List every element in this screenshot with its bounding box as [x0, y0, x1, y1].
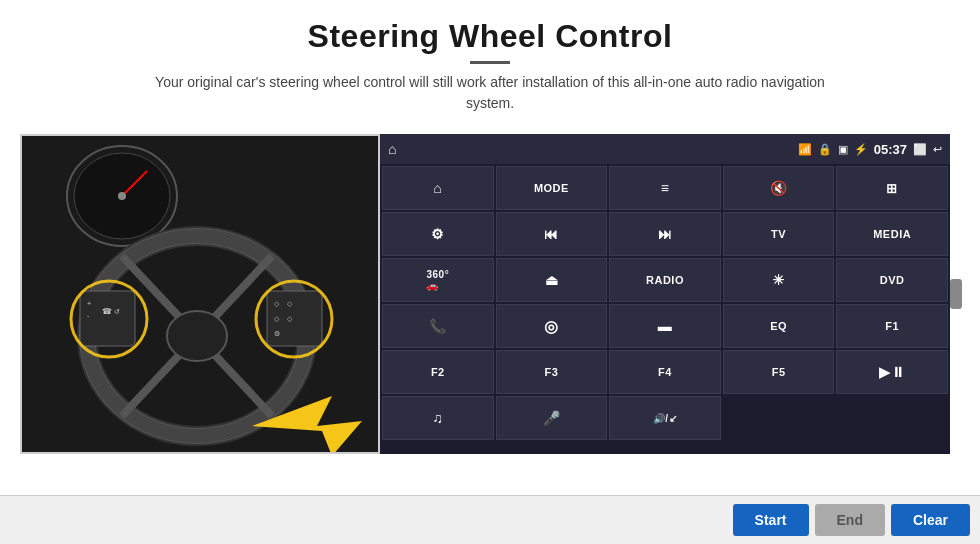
end-button[interactable]: End	[815, 504, 885, 536]
page-title: Steering Wheel Control	[140, 18, 840, 55]
control-panel: ⌂ 📶 🔒 ▣ ⚡ 05:37 ⬜ ↩ ⌂ MODE	[380, 134, 950, 454]
btn-dvd[interactable]: DVD	[836, 258, 948, 302]
svg-text:⚙: ⚙	[274, 330, 280, 337]
page-wrapper: Steering Wheel Control Your original car…	[0, 0, 980, 544]
panel-wrapper: ⌂ 📶 🔒 ▣ ⚡ 05:37 ⬜ ↩ ⌂ MODE	[380, 134, 950, 454]
back-icon: ↩	[933, 143, 942, 156]
btn-screen[interactable]: ▬	[609, 304, 721, 348]
btn-phone[interactable]: 📞	[382, 304, 494, 348]
btn-radio[interactable]: RADIO	[609, 258, 721, 302]
svg-text:+: +	[87, 300, 91, 307]
title-section: Steering Wheel Control Your original car…	[140, 18, 840, 128]
lock-icon: 🔒	[818, 143, 832, 156]
svg-text:↺: ↺	[114, 308, 120, 315]
title-underline	[470, 61, 510, 64]
btn-music[interactable]: ♫	[382, 396, 494, 440]
start-button[interactable]: Start	[733, 504, 809, 536]
btn-mode[interactable]: MODE	[496, 166, 608, 210]
btn-nav[interactable]: ◎	[496, 304, 608, 348]
btn-f5[interactable]: F5	[723, 350, 835, 394]
svg-text:☎: ☎	[102, 307, 112, 316]
svg-point-12	[167, 311, 227, 361]
btn-f1[interactable]: F1	[836, 304, 948, 348]
status-bar: ⌂ 📶 🔒 ▣ ⚡ 05:37 ⬜ ↩	[380, 134, 950, 164]
home-icon: ⌂	[388, 141, 396, 157]
svg-point-4	[118, 192, 126, 200]
car-image: + - ☎ ↺ ◇ ◇ ◇ ◇ ⚙	[20, 134, 380, 454]
btn-f2[interactable]: F2	[382, 350, 494, 394]
btn-volume-call[interactable]: 🔊/↙	[609, 396, 721, 440]
action-bar: Start End Clear	[0, 495, 980, 544]
btn-eject[interactable]: ⏏	[496, 258, 608, 302]
btn-playpause[interactable]: ▶⏸	[836, 350, 948, 394]
cast-icon: ⬜	[913, 143, 927, 156]
btn-brightness[interactable]: ☀	[723, 258, 835, 302]
status-icons: 📶 🔒 ▣ ⚡ 05:37 ⬜ ↩	[798, 142, 942, 157]
btn-tv[interactable]: TV	[723, 212, 835, 256]
btn-list[interactable]: ≡	[609, 166, 721, 210]
subtitle: Your original car's steering wheel contr…	[140, 72, 840, 114]
btn-mic[interactable]: 🎤	[496, 396, 608, 440]
btn-f3[interactable]: F3	[496, 350, 608, 394]
btn-next[interactable]: ⏭	[609, 212, 721, 256]
btn-apps[interactable]: ⊞	[836, 166, 948, 210]
clear-button[interactable]: Clear	[891, 504, 970, 536]
time-display: 05:37	[874, 142, 907, 157]
wifi-icon: 📶	[798, 143, 812, 156]
button-grid: ⌂ MODE ≡ 🔇 ⊞ ⚙ ⏮ ⏭ TV MEDIA 360°🚗 ⏏ RADI…	[380, 164, 950, 442]
btn-eq[interactable]: EQ	[723, 304, 835, 348]
btn-media[interactable]: MEDIA	[836, 212, 948, 256]
btn-prev[interactable]: ⏮	[496, 212, 608, 256]
btn-360[interactable]: 360°🚗	[382, 258, 494, 302]
bluetooth-icon: ⚡	[854, 143, 868, 156]
btn-empty-2	[836, 396, 948, 440]
sd-icon: ▣	[838, 143, 848, 156]
btn-f4[interactable]: F4	[609, 350, 721, 394]
btn-settings[interactable]: ⚙	[382, 212, 494, 256]
btn-home[interactable]: ⌂	[382, 166, 494, 210]
btn-mute[interactable]: 🔇	[723, 166, 835, 210]
scrollbar[interactable]	[950, 279, 962, 309]
btn-empty-1	[723, 396, 835, 440]
